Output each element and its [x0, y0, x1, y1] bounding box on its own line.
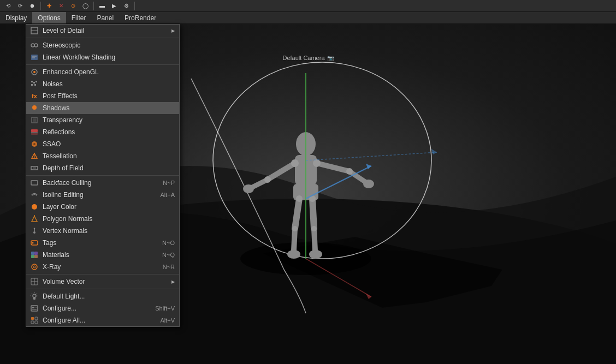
menu-stereoscopic[interactable]: Stereoscopic — [26, 39, 179, 51]
menu-materials[interactable]: Materials N~Q — [26, 249, 179, 261]
svg-line-82 — [37, 294, 37, 294]
svg-point-36 — [31, 44, 34, 47]
svg-point-49 — [33, 110, 37, 112]
menu-volume-vector[interactable]: Volume Vector — [26, 276, 179, 288]
svg-rect-51 — [33, 118, 36, 122]
menu-display[interactable]: Display — [0, 12, 32, 23]
svg-point-63 — [32, 204, 37, 210]
vertex-normals-icon — [29, 226, 39, 236]
toolbar-icon-x[interactable]: ✕ — [56, 1, 67, 11]
menu-panel[interactable]: Panel — [91, 12, 119, 23]
menu-linear-workflow[interactable]: Linear Workflow Shading — [26, 51, 179, 63]
configure-all-label: Configure All... — [43, 317, 160, 324]
svg-rect-47 — [34, 84, 36, 86]
layer-color-icon — [29, 202, 39, 212]
dropdown-menu: Level of Detail Stereoscopic Linear Work… — [26, 24, 180, 327]
materials-shortcut: N~Q — [162, 252, 175, 258]
menu-depth-of-field[interactable]: Depth of Field — [26, 162, 179, 174]
toolbar-icon-play[interactable]: ▶ — [109, 1, 120, 11]
linear-workflow-icon — [29, 52, 39, 62]
menu-vertex-normals[interactable]: Vertex Normals — [26, 225, 179, 237]
ssao-icon — [29, 139, 39, 149]
toolbar-icon-gear[interactable]: ⚙ — [121, 1, 132, 11]
svg-point-19 — [291, 159, 299, 167]
camera-label: Default Camera 📷 — [282, 55, 333, 61]
menu-post-effects[interactable]: fx Post Effects — [26, 90, 179, 102]
svg-point-25 — [292, 226, 298, 231]
menu-isoline-editing[interactable]: Isoline Editing Alt+A — [26, 189, 179, 201]
toolbar-icon-play-stop[interactable]: ▬ — [97, 1, 108, 11]
svg-point-26 — [311, 226, 317, 231]
svg-marker-33 — [431, 149, 437, 154]
svg-point-76 — [33, 266, 35, 268]
volume-vector-label: Volume Vector — [43, 278, 175, 285]
shadows-label: Shadows — [43, 104, 175, 112]
menu-ssao[interactable]: SSAO — [26, 138, 179, 150]
menu-tags[interactable]: Tags N~O — [26, 237, 179, 249]
menu-default-light[interactable]: Default Light... — [26, 290, 179, 302]
svg-line-7 — [251, 180, 268, 188]
materials-label: Materials — [43, 251, 162, 259]
menu-reflections[interactable]: Reflections — [26, 126, 179, 138]
menu-backface-culling[interactable]: Backface Culling N~P — [26, 177, 179, 189]
svg-rect-92 — [35, 317, 38, 320]
tessellation-icon — [29, 151, 39, 161]
svg-point-56 — [33, 143, 35, 145]
separator-3 — [26, 175, 179, 176]
menu-configure[interactable]: Configure... Shift+V — [26, 302, 179, 314]
toolbar-icon-2[interactable]: ⟳ — [15, 1, 26, 11]
menu-configure-all[interactable]: Configure All... Alt+V — [26, 314, 179, 326]
menu-layer-color[interactable]: Layer Color — [26, 201, 179, 213]
reflections-label: Reflections — [43, 128, 175, 136]
layer-color-label: Layer Color — [43, 203, 175, 211]
svg-rect-46 — [31, 84, 33, 86]
sep2 — [93, 2, 94, 10]
svg-line-9 — [317, 163, 350, 171]
backface-culling-label: Backface Culling — [43, 179, 163, 187]
svg-line-13 — [295, 199, 299, 229]
menu-enhanced-opengl[interactable]: Enhanced OpenGL — [26, 66, 179, 78]
separator-2 — [26, 64, 179, 65]
svg-rect-53 — [31, 133, 38, 135]
configure-label: Configure... — [43, 305, 155, 312]
menu-prorender[interactable]: ProRender — [119, 12, 162, 23]
shadows-icon — [29, 103, 39, 113]
svg-point-22 — [346, 168, 353, 175]
svg-rect-52 — [31, 129, 38, 132]
xray-shortcut: N~R — [163, 264, 175, 270]
menu-level-of-detail[interactable]: Level of Detail — [26, 25, 179, 37]
toolbar-icon-d[interactable]: ◯ — [80, 1, 91, 11]
toolbar-icon-circle[interactable]: ⊙ — [68, 1, 79, 11]
camera-icon: 📷 — [327, 55, 334, 61]
svg-point-48 — [32, 105, 37, 110]
svg-point-4 — [296, 132, 316, 156]
svg-point-80 — [33, 294, 36, 297]
backface-culling-icon — [29, 178, 39, 188]
polygon-normals-label: Polygon Normals — [43, 215, 175, 223]
menu-shadows[interactable]: Shadows — [26, 102, 179, 114]
menu-xray[interactable]: X-Ray N~R — [26, 261, 179, 273]
menu-filter[interactable]: Filter — [66, 12, 92, 23]
menu-noises[interactable]: Noises — [26, 78, 179, 90]
svg-marker-29 — [366, 164, 371, 169]
toolbar-icon-1[interactable]: ⟲ — [3, 1, 14, 11]
toolbar-icon-3[interactable]: ⏺ — [27, 1, 38, 11]
isoline-editing-icon — [29, 190, 39, 200]
menu-tessellation[interactable]: Tessellation — [26, 150, 179, 162]
tags-shortcut: N~O — [162, 240, 175, 246]
svg-point-24 — [309, 195, 316, 202]
svg-line-84 — [32, 294, 32, 294]
svg-rect-88 — [32, 307, 34, 308]
svg-line-10 — [350, 171, 366, 182]
menu-transparency[interactable]: Transparency — [26, 114, 179, 126]
level-of-detail-label: Level of Detail — [43, 27, 175, 34]
menu-options[interactable]: Options — [32, 12, 66, 23]
svg-point-21 — [264, 176, 271, 183]
svg-rect-94 — [35, 321, 38, 324]
svg-line-16 — [312, 199, 314, 229]
toolbar-icon-new[interactable]: ✚ — [44, 1, 55, 11]
menu-polygon-normals[interactable]: Polygon Normals — [26, 213, 179, 225]
xray-icon — [29, 262, 39, 272]
svg-rect-3 — [295, 155, 317, 185]
svg-rect-93 — [31, 321, 34, 324]
